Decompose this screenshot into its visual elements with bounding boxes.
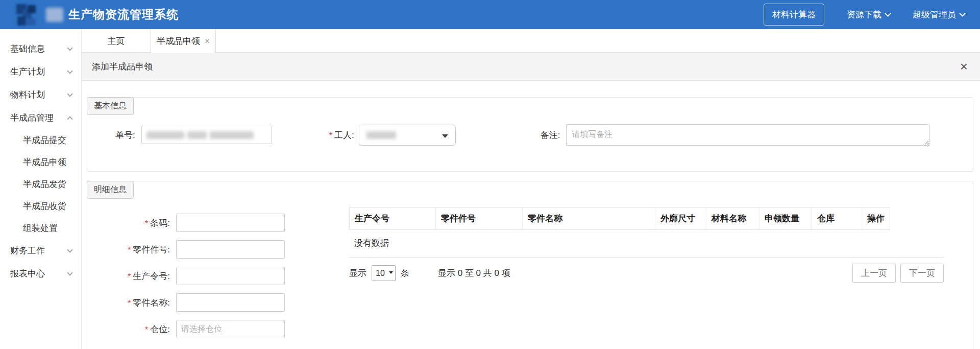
col-actions: 操作	[862, 207, 890, 229]
detail-form: * 条码: * 零件件号: * 生产令号: *	[87, 181, 291, 346]
app-title: 生产物资流管理系统	[68, 7, 179, 22]
prev-page-button[interactable]: 上一页	[852, 264, 896, 283]
sidebar-item-material-plan[interactable]: 物料计划	[0, 83, 81, 106]
main-content: 主页 半成品申领 × 添加半成品申领 × 基本信息 单号: * 工人:	[82, 29, 980, 349]
user-menu[interactable]: 超级管理员	[913, 9, 965, 20]
table-empty-row: 没有数据	[349, 230, 944, 258]
chevron-down-icon	[67, 247, 72, 252]
part-name-label: 零件名称:	[133, 297, 170, 309]
material-calculator-button[interactable]: 材料计算器	[764, 4, 824, 26]
col-production-order: 生产令号	[349, 207, 436, 229]
bin-location-label: 仓位:	[150, 323, 170, 335]
close-icon[interactable]: ×	[960, 60, 968, 73]
sidebar-item-reports[interactable]: 报表中心	[0, 262, 81, 285]
table-header-row: 生产令号 零件件号 零件名称 外廓尺寸 材料名称 申领数量 仓库 操作	[349, 207, 890, 230]
chevron-down-icon	[885, 10, 891, 17]
chevron-down-icon	[959, 10, 966, 17]
remark-textarea[interactable]	[566, 124, 929, 146]
chevron-down-icon	[67, 45, 72, 51]
order-no-field[interactable]	[141, 126, 272, 144]
order-no-label: 单号:	[115, 129, 135, 141]
worker-label: 工人:	[334, 129, 354, 141]
redacted-order-no	[146, 131, 254, 139]
app-header: 生产物资流管理系统 材料计算器 资源下载 超级管理员	[0, 0, 980, 29]
sidebar-item-production-plan[interactable]: 生产计划	[0, 60, 81, 83]
required-mark: *	[145, 219, 148, 228]
sidebar-item-semifinished-shipment[interactable]: 半成品发货	[0, 173, 81, 195]
part-no-label: 零件件号:	[133, 244, 170, 255]
sidebar-item-semifinished-receipt[interactable]: 半成品收货	[0, 195, 81, 217]
panel-header: 添加半成品申领 ×	[82, 53, 980, 81]
col-warehouse: 仓库	[812, 207, 862, 229]
panel-title: 添加半成品申领	[92, 61, 153, 73]
barcode-label: 条码:	[150, 217, 170, 229]
chevron-down-icon	[67, 91, 72, 97]
sidebar-item-semifinished-submit[interactable]: 半成品提交	[0, 129, 81, 151]
logo-badge	[46, 8, 63, 22]
col-part-no: 零件件号	[436, 207, 523, 229]
page-size-show-label: 显示	[349, 267, 366, 279]
sidebar-item-finance[interactable]: 财务工作	[0, 239, 81, 262]
chevron-down-icon	[67, 270, 72, 275]
basic-info-section: 基本信息 单号: * 工人: 备注:	[87, 97, 973, 172]
pagination-info: 显示 0 至 0 共 0 项	[438, 267, 510, 279]
basic-info-legend: 基本信息	[87, 97, 134, 115]
empty-text: 没有数据	[354, 238, 389, 248]
resource-download-menu[interactable]: 资源下载	[847, 9, 890, 20]
required-mark: *	[329, 131, 332, 141]
col-outline-size: 外廓尺寸	[655, 207, 706, 229]
pagination-bar: 显示 10 条 显示 0 至 0 共 0 项 上一页 下一页	[349, 264, 944, 283]
production-order-label: 生产令号:	[133, 270, 170, 282]
chevron-up-icon	[67, 116, 72, 122]
dropdown-caret-icon	[442, 134, 448, 138]
sidebar-item-basic-info[interactable]: 基础信息	[0, 37, 81, 60]
required-mark: *	[128, 299, 131, 308]
tab-semifinished-requisition[interactable]: 半成品申领 ×	[151, 29, 216, 53]
sidebar-item-assembly-disposal[interactable]: 组装处置	[0, 217, 81, 239]
worker-select[interactable]	[359, 125, 456, 146]
col-part-name: 零件名称	[523, 207, 655, 229]
production-order-input[interactable]	[176, 267, 285, 285]
barcode-input[interactable]	[176, 214, 285, 232]
sidebar-item-semifinished-mgmt[interactable]: 半成品管理	[0, 106, 81, 129]
next-page-button[interactable]: 下一页	[900, 264, 944, 283]
detail-info-section: 明细信息 * 条码: * 零件件号: * 生产令号:	[87, 181, 973, 349]
requisition-table: 生产令号 零件件号 零件名称 外廓尺寸 材料名称 申领数量 仓库 操作 没有数据…	[349, 181, 973, 346]
tab-home[interactable]: 主页	[82, 29, 151, 53]
col-material-name: 材料名称	[706, 207, 760, 229]
tab-bar: 主页 半成品申领 ×	[82, 29, 980, 53]
tab-close-icon[interactable]: ×	[205, 37, 210, 45]
redacted-worker-name	[366, 131, 396, 139]
required-mark: *	[128, 246, 131, 255]
required-mark: *	[145, 325, 148, 335]
page-size-select[interactable]: 10	[372, 265, 396, 281]
col-requisition-qty: 申领数量	[760, 207, 812, 229]
bin-location-input[interactable]	[176, 320, 285, 338]
detail-info-legend: 明细信息	[87, 181, 134, 199]
sidebar: 基础信息 生产计划 物料计划 半成品管理 半成品提交 半成品申领 半成品发货 半…	[0, 29, 82, 349]
required-mark: *	[128, 272, 131, 282]
remark-label: 备注:	[541, 129, 560, 141]
part-no-input[interactable]	[176, 240, 285, 259]
page-size-unit-label: 条	[401, 267, 409, 279]
part-name-input[interactable]	[176, 293, 285, 312]
sidebar-item-semifinished-requisition[interactable]: 半成品申领	[0, 151, 81, 173]
chevron-down-icon	[67, 68, 72, 74]
app-logo	[15, 3, 38, 27]
